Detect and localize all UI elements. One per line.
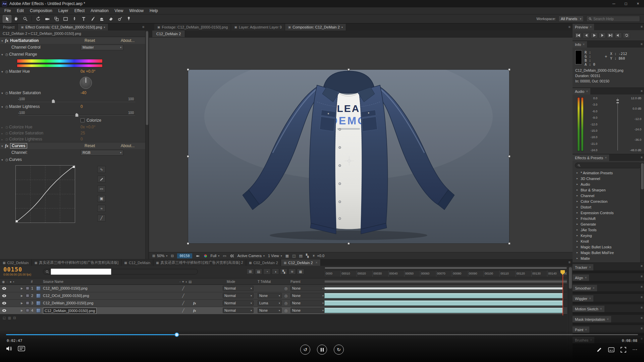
effect-category[interactable]: ▸Magic Bullet Looks <box>573 244 644 250</box>
help-search[interactable] <box>586 16 640 22</box>
pen-tool-icon[interactable] <box>70 15 79 23</box>
layer-name-editing[interactable]: C12_DeMain_[0000-0150].png <box>43 308 97 314</box>
volume-icon[interactable] <box>6 346 12 351</box>
timeline-ruler[interactable]: 0000000100002000030000400005000060000700… <box>324 270 567 277</box>
expander-icon[interactable]: ▸ <box>576 171 579 174</box>
expander-icon[interactable]: ▶ <box>21 285 23 292</box>
fx-switch[interactable]: fx <box>193 307 196 314</box>
column-parent[interactable]: Parent <box>290 279 300 285</box>
column-number[interactable]: # <box>31 279 33 285</box>
parent-dropdown[interactable]: None▾ <box>290 293 325 298</box>
close-tab-icon[interactable]: × <box>600 307 602 311</box>
expander-icon[interactable]: ▸ <box>576 257 579 260</box>
chevron-down-icon[interactable]: ▾ <box>341 26 343 29</box>
collapsed-panel-tab[interactable]: Smoother× <box>573 285 597 291</box>
close-tab-icon[interactable]: × <box>589 297 591 300</box>
effect-category[interactable]: ▸* Animation Presets <box>573 170 644 176</box>
close-tab-icon[interactable]: × <box>583 43 585 46</box>
snapshot-icon[interactable] <box>196 254 200 258</box>
eye-icon[interactable] <box>2 294 6 297</box>
effect-category[interactable]: ▸Keying <box>573 233 644 238</box>
panel-menu-icon[interactable]: ≡ <box>641 285 643 289</box>
effects-scrollbar[interactable] <box>640 163 644 262</box>
expander-icon[interactable]: ▸ <box>576 251 579 254</box>
timeline-tab-active[interactable]: ▦C12_DeMain 2× <box>281 259 321 266</box>
minimize-button[interactable]: ─ <box>608 0 620 7</box>
panel-menu-icon[interactable]: ≡ <box>569 25 571 29</box>
timeline-button-icon[interactable]: ▤ <box>299 254 303 258</box>
close-tab-icon[interactable]: × <box>586 89 588 93</box>
tab-preview[interactable]: Preview× <box>573 24 594 30</box>
stopwatch-icon[interactable]: ◷ <box>4 68 9 75</box>
panel-menu-icon[interactable]: ≡ <box>641 264 643 268</box>
selection-handle[interactable] <box>508 68 511 71</box>
close-tab-icon[interactable]: × <box>607 317 609 321</box>
selection-handle[interactable] <box>347 68 350 71</box>
expander-icon[interactable]: ▸ <box>576 188 579 191</box>
selection-handle[interactable] <box>508 155 511 158</box>
fx-switch[interactable]: fx <box>193 300 196 307</box>
expander-icon[interactable]: ▶ <box>21 292 23 299</box>
tab-audio[interactable]: Audio× <box>573 88 590 95</box>
effect-category[interactable]: ▸Matte <box>573 255 644 261</box>
current-time-display[interactable]: 00150 <box>3 266 22 273</box>
mask-shape-tool-icon[interactable] <box>61 15 70 23</box>
danmaku-toggle-icon[interactable] <box>18 346 25 351</box>
viewer-tab[interactable]: C12_DeMain 2 <box>152 31 185 37</box>
mute-audio-button[interactable] <box>615 33 622 38</box>
stopwatch-icon[interactable]: ◷ <box>4 51 9 58</box>
layer-duration-bar[interactable] <box>324 287 563 290</box>
exposure-control[interactable]: ☀+0.0 <box>312 254 324 258</box>
pause-icon[interactable] <box>317 345 327 355</box>
pickwhip-icon[interactable]: ◎ <box>284 300 288 307</box>
quality-icon[interactable]: ╱ <box>182 307 184 314</box>
parent-dropdown[interactable]: None▾ <box>290 300 325 306</box>
panel-menu-icon[interactable]: ≡ <box>641 295 643 299</box>
close-tab-icon[interactable]: × <box>605 156 607 160</box>
mode-dropdown[interactable]: Normal▾ <box>223 300 254 306</box>
collapse-icon[interactable]: ▼ <box>0 68 4 75</box>
timeline-tab[interactable]: ▦C12_DeMain <box>121 259 153 266</box>
expander-icon[interactable]: ▸ <box>576 211 579 214</box>
player-progress-handle[interactable] <box>174 333 179 337</box>
pan-behind-tool-icon[interactable] <box>52 15 61 23</box>
menu-item[interactable]: Layer <box>55 7 71 14</box>
label-color-swatch[interactable] <box>26 309 29 312</box>
collapse-icon[interactable]: ▼ <box>0 51 4 58</box>
saturation-slider-track[interactable] <box>18 101 135 102</box>
expander-icon[interactable]: ▸ <box>576 177 579 180</box>
expand-modes-icon[interactable]: ▥ <box>8 316 11 320</box>
subtitle-icon[interactable] <box>608 347 614 352</box>
audio-fader-track[interactable] <box>618 98 618 150</box>
camera-dropdown[interactable]: Active Camera▾ <box>237 254 265 258</box>
stopwatch-icon[interactable]: ◷ <box>4 89 9 97</box>
menu-item[interactable]: View <box>112 7 126 14</box>
eye-icon[interactable] <box>2 309 6 312</box>
collapse-icon[interactable]: ▼ <box>0 157 4 164</box>
resolution-dropdown[interactable]: Full▾ <box>211 254 220 258</box>
fast-preview-icon[interactable]: ◫ <box>292 254 296 258</box>
pickwhip-icon[interactable]: ◎ <box>284 292 288 299</box>
label-color-swatch[interactable] <box>26 294 29 297</box>
tab-footage[interactable]: ▣Footage: C12_DeMain_[0000-0150].png <box>154 24 231 31</box>
expander-icon[interactable]: ▶ <box>21 300 23 307</box>
tab-project[interactable]: Project <box>0 24 18 31</box>
curves-grid[interactable] <box>15 165 75 223</box>
tab-composition[interactable]: ▣Composition: C12_DeMain 2▾ <box>285 24 346 31</box>
expander-icon[interactable]: ▸ <box>576 240 579 243</box>
replay-back-icon[interactable]: ↺ <box>300 345 310 355</box>
pixel-aspect-icon[interactable]: ▦ <box>285 254 289 258</box>
timeline-tab[interactable]: ▦真实还原三维牛仔裤制作过程广告片赏析[高清版] 2 <box>153 259 246 266</box>
eraser-tool-icon[interactable] <box>106 15 115 23</box>
lightness-slider-handle[interactable] <box>75 113 78 117</box>
panel-menu-icon[interactable]: ≡ <box>641 156 643 159</box>
layer-duration-bar[interactable] <box>324 308 563 313</box>
collapsed-panel-tab[interactable]: Wiggler× <box>573 295 593 302</box>
play-button[interactable] <box>591 33 598 38</box>
parent-dropdown[interactable]: None▾ <box>290 286 325 291</box>
close-tab-icon[interactable]: × <box>585 276 587 280</box>
reset-link[interactable]: Reset <box>85 142 95 149</box>
collapse-icon[interactable]: ▼ <box>0 143 4 150</box>
close-tab-icon[interactable]: × <box>589 265 591 269</box>
expander-icon[interactable]: ▶ <box>21 307 23 314</box>
